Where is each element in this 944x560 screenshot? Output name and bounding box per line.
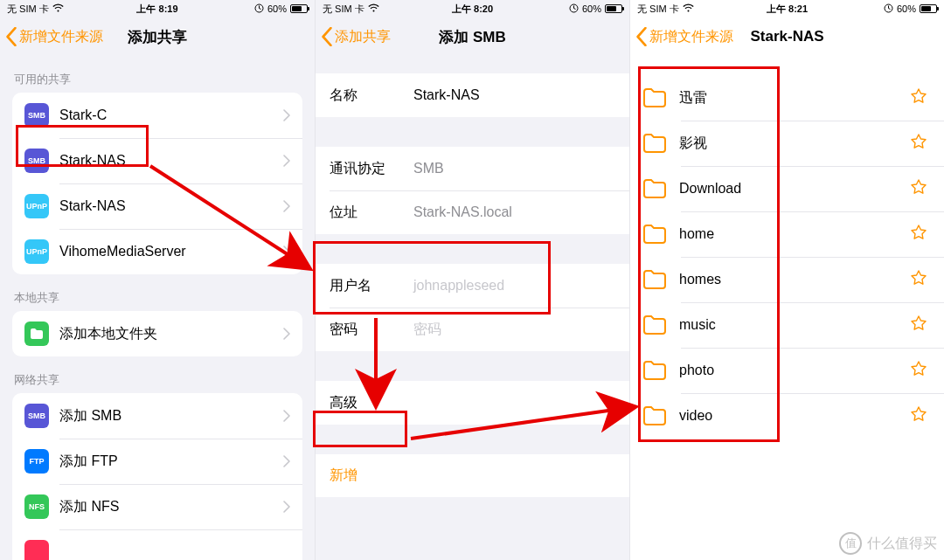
carrier-label: 无 SIM 卡 xyxy=(323,3,364,16)
panel-add-share: 无 SIM 卡 上午 8:19 60% 新增文件来源 添加共享 可用的共享 xyxy=(0,0,315,560)
folder-icon xyxy=(642,360,667,381)
battery-icon xyxy=(920,4,937,13)
add-other[interactable] xyxy=(12,529,302,560)
star-icon[interactable] xyxy=(911,406,927,425)
page-title: Stark-NAS xyxy=(750,28,823,45)
carrier-label: 无 SIM 卡 xyxy=(7,3,49,16)
folder-icon xyxy=(642,178,667,199)
page-title: 添加共享 xyxy=(128,27,187,47)
folder-item[interactable]: Download xyxy=(630,166,944,211)
field-address[interactable]: 位址 Stark-NAS.local xyxy=(316,190,629,234)
status-bar: 无 SIM 卡 上午 8:21 60% xyxy=(630,0,944,17)
folder-item[interactable]: 迅雷 xyxy=(630,75,944,121)
name-value: Stark-NAS xyxy=(413,87,615,103)
star-icon[interactable] xyxy=(911,179,927,198)
rotation-lock-icon xyxy=(569,3,579,15)
back-label: 新增文件来源 xyxy=(19,28,103,46)
field-username[interactable]: 用户名 johnappleseed xyxy=(316,264,629,308)
battery-icon xyxy=(290,4,308,13)
chevron-right-icon xyxy=(283,328,290,340)
back-button[interactable]: 新增文件来源 xyxy=(635,17,733,56)
share-item-vihome[interactable]: UPnP VihomeMediaServer xyxy=(12,229,302,274)
chevron-left-icon xyxy=(5,27,17,46)
star-icon[interactable] xyxy=(911,88,927,107)
back-label: 新增文件来源 xyxy=(649,28,733,46)
carrier-label: 无 SIM 卡 xyxy=(637,3,679,16)
folder-item[interactable]: home xyxy=(630,211,944,257)
upnp-icon: UPnP xyxy=(24,239,49,264)
upnp-icon: UPnP xyxy=(24,194,49,218)
add-nfs[interactable]: NFS 添加 NFS xyxy=(12,484,302,529)
status-bar: 无 SIM 卡 上午 8:19 60% xyxy=(0,0,315,17)
smb-icon: SMB xyxy=(24,103,49,128)
username-input[interactable]: johnappleseed xyxy=(413,278,615,294)
chevron-right-icon xyxy=(283,501,290,513)
folder-icon xyxy=(642,405,667,426)
panel-folder-list: 无 SIM 卡 上午 8:21 60% 新增文件来源 Stark-NAS xyxy=(629,0,944,560)
field-protocol[interactable]: 通讯协定 SMB xyxy=(316,147,629,190)
chevron-right-icon xyxy=(283,155,290,167)
smb-icon: SMB xyxy=(24,404,49,428)
advanced-toggle[interactable]: 高级 xyxy=(316,381,629,425)
share-item-stark-nas-smb[interactable]: SMB Stark-NAS xyxy=(12,138,302,183)
folder-icon xyxy=(642,224,667,245)
folder-item[interactable]: music xyxy=(630,302,944,348)
folder-icon xyxy=(642,133,667,154)
folder-icon xyxy=(642,269,667,290)
folder-item[interactable]: photo xyxy=(630,348,944,393)
rotation-lock-icon xyxy=(254,3,264,15)
chevron-down-icon xyxy=(608,397,615,409)
star-icon[interactable] xyxy=(911,225,927,244)
chevron-right-icon xyxy=(283,245,290,258)
folder-add-icon xyxy=(24,321,49,346)
ftp-icon: FTP xyxy=(24,449,49,474)
add-button[interactable]: 新增 xyxy=(316,454,629,497)
chevron-right-icon xyxy=(283,200,290,212)
add-smb[interactable]: SMB 添加 SMB xyxy=(12,393,302,439)
star-icon[interactable] xyxy=(911,315,927,335)
field-name[interactable]: 名称 Stark-NAS xyxy=(316,73,629,117)
section-network: 网络共享 xyxy=(0,356,315,393)
password-input[interactable]: 密码 xyxy=(413,321,615,339)
star-icon[interactable] xyxy=(911,134,927,153)
add-local-folder[interactable]: 添加本地文件夹 xyxy=(12,311,302,356)
wifi-icon xyxy=(683,3,694,14)
back-button[interactable]: 新增文件来源 xyxy=(5,17,103,56)
nfs-icon: NFS xyxy=(24,494,49,519)
wifi-icon xyxy=(368,3,379,14)
folder-icon xyxy=(642,315,667,335)
protocol-icon xyxy=(24,540,49,560)
rotation-lock-icon xyxy=(884,3,893,15)
field-password[interactable]: 密码 密码 xyxy=(316,308,629,351)
add-ftp[interactable]: FTP 添加 FTP xyxy=(12,439,302,484)
battery-pct: 60% xyxy=(897,3,916,14)
watermark-badge: 值 xyxy=(839,532,862,555)
folder-item[interactable]: 影视 xyxy=(630,121,944,166)
folder-item[interactable]: homes xyxy=(630,257,944,302)
nav-bar: 添加共享 添加 SMB xyxy=(316,17,629,56)
share-item-stark-nas-upnp[interactable]: UPnP Stark-NAS xyxy=(12,183,302,229)
chevron-left-icon xyxy=(635,27,648,46)
battery-pct: 60% xyxy=(582,3,601,14)
star-icon[interactable] xyxy=(911,270,927,289)
page-title: 添加 SMB xyxy=(439,27,506,47)
status-bar: 无 SIM 卡 上午 8:20 60% xyxy=(316,0,629,17)
watermark-text: 什么值得买 xyxy=(867,535,937,553)
back-button[interactable]: 添加共享 xyxy=(321,17,391,56)
battery-pct: 60% xyxy=(267,3,287,14)
star-icon[interactable] xyxy=(911,361,927,380)
battery-icon xyxy=(605,4,622,13)
nav-bar: 新增文件来源 Stark-NAS xyxy=(630,17,944,56)
smb-icon: SMB xyxy=(24,149,49,173)
chevron-right-icon xyxy=(283,410,290,422)
panel-add-smb: 无 SIM 卡 上午 8:20 60% 添加共享 添加 SMB xyxy=(315,0,629,560)
nav-bar: 新增文件来源 添加共享 xyxy=(0,17,315,56)
chevron-right-icon xyxy=(283,455,290,467)
watermark: 值 什么值得买 xyxy=(839,532,937,555)
protocol-value: SMB xyxy=(413,161,615,176)
folder-item[interactable]: video xyxy=(630,393,944,439)
share-item-stark-c[interactable]: SMB Stark-C xyxy=(12,93,302,138)
section-local: 本地共享 xyxy=(0,274,315,311)
section-available: 可用的共享 xyxy=(0,56,315,93)
address-value: Stark-NAS.local xyxy=(413,204,615,220)
